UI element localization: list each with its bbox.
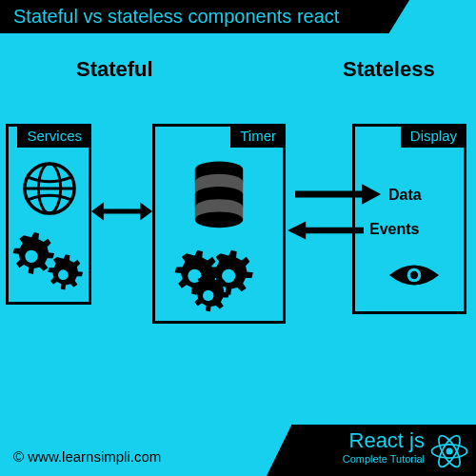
timer-box: Timer: [152, 124, 286, 324]
svg-point-3: [25, 250, 37, 263]
gears-icon: [12, 229, 89, 296]
svg-marker-23: [288, 221, 306, 239]
stateful-heading: Stateful: [76, 57, 153, 82]
display-label: Display: [401, 124, 466, 148]
page-title-banner: Stateful vs stateless components react: [0, 0, 409, 33]
footer-brand: React js: [267, 428, 425, 453]
footer-banner: React js Complete Tutorial: [267, 425, 476, 476]
globe-icon: [22, 161, 77, 216]
services-box: Services: [6, 124, 91, 305]
svg-point-4: [58, 269, 69, 280]
gears-icon: [174, 245, 269, 321]
services-label: Services: [17, 124, 91, 148]
footer: © www.learnsimpli.com React js Complete …: [0, 425, 476, 476]
svg-point-19: [203, 290, 213, 301]
timer-label: Timer: [230, 124, 286, 148]
display-box: Display: [352, 124, 466, 314]
svg-point-25: [410, 271, 418, 279]
svg-point-16: [195, 211, 243, 228]
stateless-heading: Stateless: [343, 57, 435, 82]
footer-subtitle: Complete Tutorial: [267, 453, 425, 465]
database-icon: [189, 161, 248, 235]
copyright-text: © www.learnsimpli.com: [13, 448, 161, 465]
eye-icon: [389, 258, 439, 292]
bidirectional-arrow-icon: [91, 195, 152, 228]
svg-point-29: [446, 447, 452, 454]
page-title: Stateful vs stateless components react: [13, 6, 339, 27]
svg-marker-7: [140, 202, 152, 220]
react-logo-icon: [428, 430, 470, 472]
svg-marker-6: [91, 202, 104, 220]
